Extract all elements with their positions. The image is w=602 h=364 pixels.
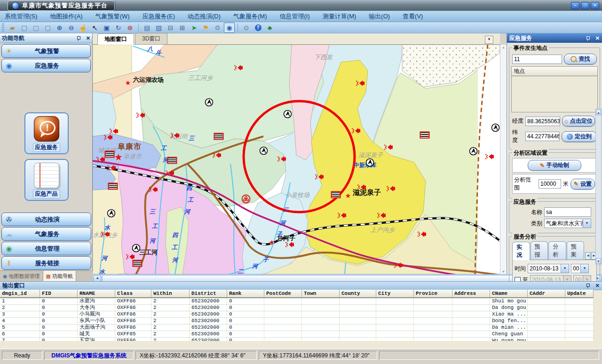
column-header-County[interactable]: County [340,290,376,298]
analysis-tab-分析[interactable]: 分析 [548,241,566,260]
location-list-header[interactable]: 地点 [511,66,598,76]
sidebar-group-服务链接[interactable]: ‖服务链接 [1,256,91,270]
refresh-icon[interactable]: ↻ [113,23,124,33]
zoom-in-icon[interactable]: ⊕ [54,23,65,33]
pan-hand-icon[interactable]: ☝ [78,23,88,33]
settings-gear-icon[interactable]: ⚙ [212,23,223,33]
sidebar-group-气象服务[interactable]: ☁气象服务 [1,227,91,241]
close-icon[interactable]: ✕ [595,283,600,288]
column-header-Town[interactable]: Town [302,290,340,298]
table-row[interactable]: 60城关OXFF8526523020000Cheng guan [0,331,594,338]
output-table[interactable]: dmgis_idFIDRNAMEClassWithinDistrictRankP… [0,290,594,341]
menu-W[interactable]: 气象预警(W) [95,12,130,21]
column-header-dmgis_id[interactable]: dmgis_id [0,290,40,298]
striped-flag-icon[interactable] [108,183,118,190]
menu-V[interactable]: 查看(V) [403,12,423,21]
analysis-tab-预案[interactable]: 预案 [567,241,585,260]
striped-flag-icon[interactable] [167,157,177,164]
location-search-input[interactable]: 11 [512,55,562,64]
chevron-down-icon[interactable]: ▼ [580,264,588,273]
striped-flag-icon[interactable] [133,260,143,267]
column-header-Rank[interactable]: Rank [227,290,264,298]
pin-icon[interactable] [76,36,80,40]
image-export-icon[interactable]: ▧ [153,23,164,33]
table-row[interactable]: 70五官沟OXFF8626523020000Wu guan gou [0,338,594,341]
close-button[interactable]: × [591,2,599,9]
full-extent-icon[interactable]: ▣ [101,23,112,33]
toolbar-grip[interactable] [2,24,4,32]
column-header-RNAME[interactable]: RNAME [78,290,115,298]
select-box-icon[interactable]: ▢ [31,23,41,33]
manual-draw-button[interactable]: ✎ 手动绘制 [528,160,581,171]
menu-O[interactable]: 输出(O) [369,12,390,21]
place-marker-icon[interactable]: ⚑ [200,23,211,33]
globe-tool-icon[interactable]: ◉ [224,23,235,33]
location-list[interactable] [511,76,598,112]
select-arrow-icon[interactable]: ▢ [19,23,30,33]
place-star-icon[interactable]: ★ [114,152,123,162]
help-icon[interactable]: ? [253,23,263,33]
hour-select[interactable]: 00 ▼ [571,264,589,273]
service-name-input[interactable]: sa [544,207,591,217]
search-button[interactable]: 查找 [564,54,597,64]
column-header-Within[interactable]: Within [151,290,190,298]
column-header-District[interactable]: District [190,290,227,298]
column-header-Update[interactable]: Update [565,290,594,298]
pin-icon[interactable] [586,36,590,40]
set-range-button[interactable]: ✎ 设置 [570,179,595,190]
scroll-down-icon[interactable]: ▼ [596,258,601,264]
close-icon[interactable]: ✕ [86,36,90,41]
table-row[interactable]: 40东风一小队OXFF8626523020000Dong fen... [0,318,594,324]
date-select[interactable]: 2010-08-13 ▼ [528,264,569,273]
zoom-out-icon[interactable]: ⊖ [66,23,77,33]
map-tab-3D窗口[interactable]: 3D窗口 [135,33,167,44]
latitude-input[interactable]: 44.22778446 [525,132,560,141]
print-setup-icon[interactable]: ⊞ [177,23,188,33]
map-tab-dropdown-icon[interactable]: ▼ [485,36,493,44]
goto-button[interactable]: ↓ 定位到 [562,131,597,142]
striped-flag-icon[interactable] [420,132,430,139]
analysis-tab-实况[interactable]: 实况 [512,242,530,260]
striped-flag-icon[interactable] [331,191,341,198]
restore-button[interactable]: □ [581,2,589,9]
select-feature-icon[interactable]: ➤ [189,23,199,33]
measure-icon[interactable]: ▰ [7,23,18,33]
column-header-CAddr[interactable]: CAddr [528,290,565,298]
pointer-icon[interactable]: ↖ [89,23,100,33]
map-tab-地图窗口[interactable]: 地图窗口 [97,33,134,45]
analysis-tab-预报[interactable]: 预报 [531,241,548,260]
menu-E[interactable]: 应急服务(E) [143,12,175,21]
menu-M[interactable]: 气象服务(M) [233,12,267,21]
map-vertical-scrollbar[interactable]: ▲▼ [500,45,507,274]
close-icon[interactable]: ✕ [595,36,600,41]
table-row[interactable]: 30小马厩沟OXFF8626523020000Xiao ma ... [0,311,594,318]
column-header-PostCode[interactable]: PostCode [264,290,302,298]
map-canvas[interactable]: 六运湖农场三工河乡下西泉九运街阜康市城关镇阜康市小泉牧场滋泥泉子滋泥泉子中新水库… [93,45,500,274]
shortcut-应急产品[interactable]: 应急产品 [24,159,69,201]
column-header-FID[interactable]: FID [40,290,78,298]
panel-tab-功能导航[interactable]: ▦功能导航 [43,271,76,281]
longitude-input[interactable]: 88.36255063 [525,117,560,126]
menu-I[interactable]: 信息管理(I) [280,12,310,21]
map-layer-icon[interactable]: ▤ [142,23,152,33]
panel-tab-地图数据管理[interactable]: ◉地图数据管理 [0,271,43,281]
place-star-icon[interactable]: ★ [345,192,351,199]
column-header-Address[interactable]: Address [452,290,490,298]
menu-A[interactable]: 地图操作(A) [50,12,82,21]
scroll-up-icon[interactable]: ▲ [596,110,601,115]
table-row[interactable]: 50大面场子沟OXFF8626523020000Da mian ... [0,324,594,331]
menu-S[interactable]: 系统管理(S) [5,12,37,21]
minimize-button[interactable]: − [571,2,579,9]
pin-icon[interactable] [586,284,590,288]
sidebar-group-信息管理[interactable]: ◉信息管理 [1,242,91,255]
place-star-icon[interactable]: ★ [269,239,275,245]
chevron-down-icon[interactable]: ▼ [561,264,569,273]
print-icon[interactable]: ⊟ [165,23,176,33]
sidebar-group-应急服务[interactable]: ◉应急服务 [1,59,91,72]
sidebar-group-气象预警[interactable]: ☀气象预警 [1,44,91,58]
right-panel-scrollbar[interactable]: ▲ ▼ [595,109,602,265]
table-row[interactable]: 10水磨沟OXFF8626523020000Shui mo gou [0,298,594,305]
chevron-down-icon[interactable]: ▼ [583,219,591,228]
menu-D[interactable]: 动态推演(D) [188,12,221,21]
shortcut-应急服务[interactable]: !应急服务 [24,112,69,154]
